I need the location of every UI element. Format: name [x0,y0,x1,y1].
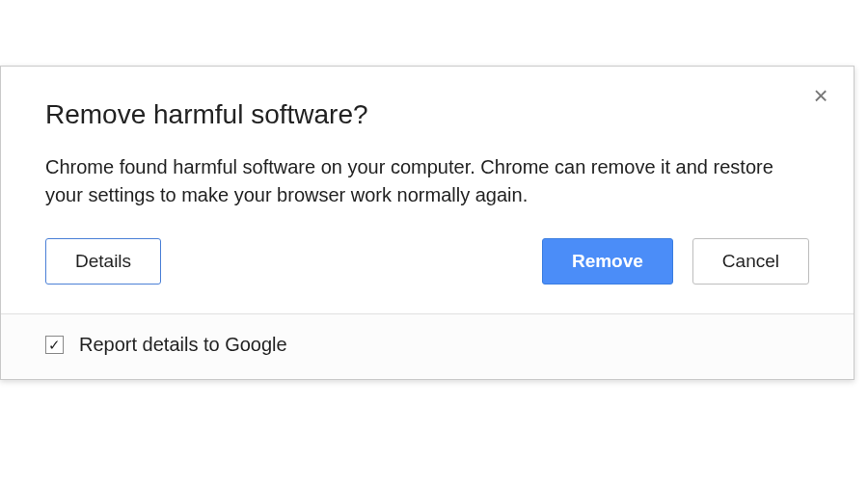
report-checkbox-label: Report details to Google [79,334,287,356]
details-button[interactable]: Details [45,238,161,285]
report-checkbox-wrap[interactable]: ✓ Report details to Google [45,334,287,356]
remove-button[interactable]: Remove [542,238,673,285]
dialog-title: Remove harmful software? [45,99,809,130]
close-icon[interactable]: × [809,84,832,107]
dialog-footer: ✓ Report details to Google [1,313,854,379]
dialog-message: Chrome found harmful software on your co… [45,153,809,209]
checkbox-icon: ✓ [45,336,64,354]
dialog-button-row: Details Remove Cancel [45,238,809,285]
cancel-button[interactable]: Cancel [692,238,809,285]
harmful-software-dialog: × Remove harmful software? Chrome found … [0,66,854,380]
dialog-body-section: × Remove harmful software? Chrome found … [1,67,854,313]
